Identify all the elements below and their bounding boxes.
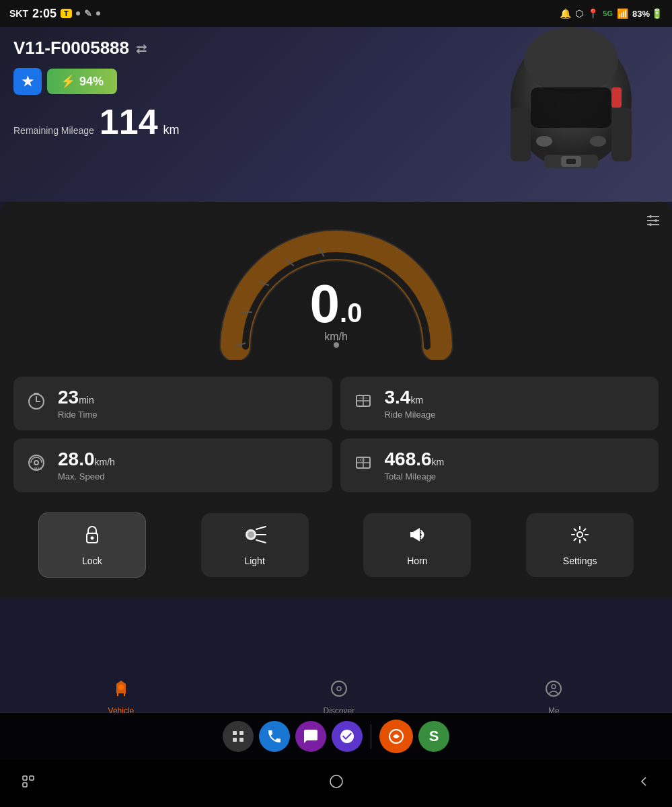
ride-mileage-icon [351, 390, 375, 416]
ride-time-content: 23min Ride Time [58, 387, 322, 420]
speed-decimal: .0 [340, 299, 362, 326]
light-button[interactable]: Light [201, 513, 309, 577]
svg-rect-60 [30, 776, 34, 780]
dot-icon [76, 11, 80, 15]
pen-icon: ✎ [84, 8, 92, 19]
svg-point-49 [118, 685, 124, 690]
svg-rect-55 [239, 731, 244, 735]
svg-text:MAX: MAX [34, 467, 42, 471]
battery-button[interactable]: ⚡ 94% [47, 69, 117, 94]
total-mileage-label: Total Mileage [385, 471, 648, 482]
speed-value: 0 [310, 277, 340, 331]
settings-button[interactable]: Settings [526, 513, 634, 577]
status-time: 2:05 [32, 7, 57, 21]
app5-icon[interactable]: S [418, 721, 449, 752]
dot2-icon [96, 11, 100, 15]
svg-point-26 [334, 342, 339, 348]
battery-icon: 🔋 [651, 8, 663, 19]
svg-rect-56 [233, 738, 237, 742]
5g-icon: 5G [603, 9, 613, 17]
svg-rect-54 [233, 731, 237, 735]
max-speed-card: MAX 28.0km/h Max. Speed [13, 438, 332, 492]
status-right: 🔔 ⬡ 📍 5G 📶 83% 🔋 [560, 8, 663, 19]
svg-point-50 [332, 681, 346, 696]
bluetooth-button[interactable]: ★ [13, 68, 42, 95]
bluetooth-icon: ★ [22, 73, 34, 89]
ride-mileage-label: Ride Mileage [385, 410, 648, 420]
svg-line-43 [256, 527, 266, 529]
android-nav-bar [0, 760, 672, 807]
recents-button[interactable] [20, 773, 36, 794]
svg-line-45 [256, 540, 266, 543]
horn-icon [406, 524, 428, 550]
max-speed-value: 28.0km/h [58, 449, 322, 470]
svg-rect-5 [611, 87, 622, 108]
svg-point-47 [248, 531, 254, 538]
light-icon [243, 524, 267, 550]
remaining-label: Remaining Mileage [13, 125, 94, 136]
max-speed-icon: MAX [24, 452, 48, 478]
total-mileage-card: ODO 468.6km Total Mileage [340, 438, 659, 492]
horn-button[interactable]: Horn [363, 513, 471, 577]
nav-vehicle[interactable]: Vehicle [108, 679, 135, 716]
status-left: SKT 2:05 T ✎ [9, 7, 100, 21]
battery-indicator: 83% 🔋 [632, 8, 663, 19]
svg-rect-30 [34, 393, 39, 395]
max-speed-content: 28.0km/h Max. Speed [58, 449, 322, 482]
nav-me[interactable]: Me [544, 679, 564, 716]
svg-text:ODO: ODO [358, 458, 366, 462]
svg-point-7 [590, 136, 606, 147]
svg-rect-3 [511, 108, 531, 161]
scooter-image [477, 27, 665, 195]
settings-icon [569, 524, 591, 550]
location-icon: 📍 [587, 8, 599, 19]
lock-label: Lock [82, 555, 102, 566]
svg-point-6 [536, 136, 552, 147]
bluetooth-status-icon: ⬡ [575, 8, 583, 19]
app4-icon[interactable] [379, 720, 413, 753]
svg-point-51 [337, 687, 341, 691]
speed-display: 0 .0 km/h [310, 277, 363, 343]
phone-app-icon[interactable] [259, 721, 290, 752]
app3-icon[interactable] [332, 721, 363, 752]
ride-time-icon [24, 390, 48, 416]
messages-app-icon[interactable] [295, 721, 326, 752]
ride-mileage-card: 3.4km Ride Mileage [340, 377, 659, 430]
svg-point-35 [34, 461, 38, 465]
mileage-unit: km [163, 123, 180, 137]
battery-percent-label: 94% [79, 75, 104, 89]
svg-rect-59 [23, 776, 27, 780]
dashboard: 0 .0 km/h 23min Ride Time [0, 202, 672, 598]
total-mileage-content: 468.6km Total Mileage [385, 449, 648, 482]
app-dock-divider [371, 724, 371, 748]
light-label: Light [244, 555, 264, 566]
mileage-value: 114 [100, 104, 158, 139]
ride-time-label: Ride Time [58, 410, 322, 420]
lock-button[interactable]: Lock [38, 512, 146, 578]
battery-percent: 83% [632, 9, 650, 19]
lock-icon [81, 524, 103, 550]
back-button[interactable] [636, 773, 652, 794]
svg-point-1 [524, 27, 618, 94]
svg-rect-4 [611, 108, 632, 161]
nav-discover[interactable]: Discover [324, 679, 355, 716]
me-nav-icon [544, 679, 564, 703]
svg-rect-10 [566, 159, 576, 164]
grid-app-icon[interactable] [223, 721, 254, 752]
alarm-icon: 🔔 [560, 8, 571, 19]
ride-time-card: 23min Ride Time [13, 377, 332, 430]
svg-rect-57 [239, 738, 244, 742]
lightning-icon: ⚡ [61, 74, 75, 89]
svg-rect-61 [23, 783, 27, 787]
discover-nav-icon [329, 679, 349, 703]
transfer-icon: ⇄ [136, 40, 147, 56]
total-mileage-value: 468.6km [385, 449, 648, 470]
ride-mileage-content: 3.4km Ride Mileage [385, 387, 648, 420]
svg-point-48 [577, 532, 583, 537]
top-section: V11-F0005888 ⇄ ★ ⚡ 94% Remaining Mileage… [0, 27, 672, 202]
carrier-label: SKT [9, 8, 28, 19]
ride-time-value: 23min [58, 387, 322, 408]
svg-point-42 [90, 536, 94, 539]
home-button[interactable] [328, 773, 344, 794]
status-bar: SKT 2:05 T ✎ 🔔 ⬡ 📍 5G 📶 83% 🔋 [0, 0, 672, 27]
